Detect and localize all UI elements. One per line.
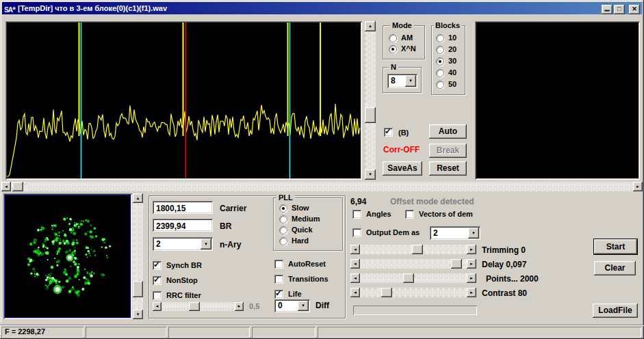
scroll-left-icon[interactable]: ◄ [1,182,11,191]
maximize-button[interactable]: □ [614,5,625,14]
start-button[interactable]: Start [594,239,637,254]
n-combobox[interactable]: 8 ▼ [387,74,417,88]
result-display [475,21,640,180]
radio-pll-hard-label: Hard [292,236,309,245]
radio-blocks-20[interactable] [436,46,444,54]
auto-button[interactable]: Auto [429,124,467,139]
vectors-of-dem-checkbox[interactable] [405,210,414,219]
scrollbar-thumb[interactable] [12,182,23,191]
autoreset-checkbox[interactable] [274,260,283,269]
minimize-button[interactable]: ▁ [602,5,613,14]
constellation-display [3,193,132,319]
radio-blocks-40[interactable] [436,69,444,77]
rrc-filter-checkbox[interactable] [153,291,162,300]
rrc-slider[interactable]: ◄ ► [153,302,244,311]
radio-pll-hard[interactable] [279,237,287,245]
delay-slider[interactable]: ◄ ► [350,259,476,269]
scroll-down-icon[interactable]: ▼ [133,310,143,319]
scroll-right-icon[interactable]: ► [467,245,476,254]
radio-blocks-30[interactable] [436,57,444,66]
trimming-label: Trimming 0 [482,245,526,255]
chevron-down-icon[interactable]: ▼ [201,239,211,249]
scroll-left-icon[interactable]: ◄ [153,302,162,311]
radio-xn[interactable] [389,45,397,53]
delay-slider-thumb[interactable] [451,259,462,269]
constellation-vscrollbar[interactable]: ▲ ▼ [133,193,143,319]
clear-button[interactable]: Clear [594,261,636,275]
life-checkbox[interactable] [274,290,283,299]
rrc-slider-thumb[interactable] [189,302,200,311]
carrier-label: Carrier [220,204,246,213]
spectrum-hscrollbar[interactable]: ◄ ► [1,182,643,191]
radio-blocks-10[interactable] [436,34,444,42]
trimming-slider[interactable]: ◄ ► [350,245,476,254]
loadfile-button[interactable]: LoadFile [593,303,638,318]
nary-combobox-value: 2 [156,239,161,249]
scroll-right-icon[interactable]: ► [467,259,476,269]
offset-status: Offset mode detected [390,197,474,206]
carrier-input[interactable] [153,201,213,214]
scroll-left-icon[interactable]: ◄ [350,273,360,283]
delay-label: Delay 0,097 [482,260,526,269]
radio-pll-quick-label: Quick [292,226,313,234]
radio-pll-quick[interactable] [279,226,287,234]
diff-label: Diff [315,301,329,310]
nonstop-checkbox[interactable] [153,276,162,285]
scrollbar-thumb[interactable] [365,107,376,123]
transitions-checkbox[interactable] [274,275,283,284]
radio-pll-medium[interactable] [279,215,287,223]
points-slider-thumb[interactable] [403,273,414,283]
angles-label: Angles [366,210,391,218]
chevron-down-icon[interactable]: ▼ [405,75,416,87]
angles-checkbox[interactable] [352,210,361,219]
nary-combobox[interactable]: 2 ▼ [153,237,213,251]
titlebar[interactable]: SA※ [TempDir] что в 3-ем блоке(0)(c1)(f1… [2,2,642,14]
b-checkbox-label: (B) [398,128,409,137]
scroll-left-icon[interactable]: ◄ [350,288,360,297]
synch-br-label: Synch BR [166,261,202,269]
status-frequency-text: F = 2298,27 [5,327,45,336]
scroll-up-icon[interactable]: ▲ [133,193,143,203]
diff-combobox[interactable]: 0 ▼ [274,299,310,312]
chevron-down-icon[interactable]: ▼ [298,301,309,311]
scroll-right-icon[interactable]: ► [467,273,476,283]
spectrum-vscrollbar[interactable]: ▲ ▼ [365,21,376,180]
synch-br-checkbox[interactable] [153,261,162,270]
scroll-left-icon[interactable]: ◄ [350,245,360,254]
output-dem-checkbox[interactable] [352,228,361,237]
contrast-slider[interactable]: ◄ ► [350,288,476,297]
radio-blocks-10-label: 10 [448,33,456,42]
autoreset-label: AutoReset [288,260,326,268]
radio-am[interactable] [389,34,397,42]
scroll-right-icon[interactable]: ► [235,302,244,311]
reset-button[interactable]: Reset [429,161,467,176]
statusbar-divider [0,325,644,326]
scroll-left-icon[interactable]: ◄ [350,259,360,269]
life-label: Life [288,290,302,298]
spectrum-display[interactable] [5,21,362,180]
radio-blocks-20-label: 20 [448,45,456,53]
scroll-up-icon[interactable]: ▲ [365,21,376,31]
b-checkbox[interactable] [384,128,393,137]
output-dem-combobox-value: 2 [433,228,438,238]
scroll-right-icon[interactable]: ► [633,182,643,191]
chevron-down-icon[interactable]: ▼ [468,228,479,239]
mode-group-label: Mode [390,21,414,29]
close-button[interactable]: ✕ [629,5,640,14]
points-slider[interactable]: ◄ ► [350,273,476,283]
scroll-right-icon[interactable]: ► [467,288,476,297]
progress-bar [353,306,477,315]
radio-blocks-50[interactable] [436,81,444,89]
br-input[interactable] [153,219,213,232]
radio-pll-slow[interactable] [279,204,287,213]
nonstop-label: NonStop [166,276,198,284]
scrollbar-thumb[interactable] [133,281,143,297]
offset-value: 6,94 [350,197,366,206]
status-panel-5 [318,327,641,338]
radio-blocks-40-label: 40 [448,68,456,77]
scroll-down-icon[interactable]: ▼ [365,170,376,180]
trimming-slider-thumb[interactable] [412,245,423,254]
contrast-slider-thumb[interactable] [381,288,392,297]
output-dem-combobox[interactable]: 2 ▼ [430,226,480,240]
saveas-button[interactable]: SaveAs [383,161,422,176]
